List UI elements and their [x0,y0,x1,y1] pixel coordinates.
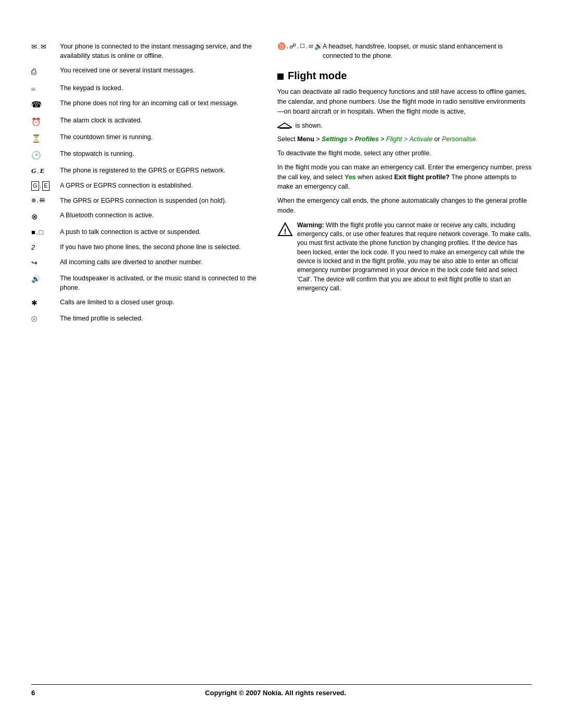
warning-label: Warning: [297,221,324,229]
flight-mode-title: Flight mode [288,70,347,82]
ptt-text: A push to talk connection is active or s… [60,227,256,237]
list-item: G, E The phone is registered to the GPRS… [31,166,256,176]
bluetooth-icon: ⊗ [31,211,60,222]
gprs-hold-icon: ⊗ , ☒ [31,196,60,204]
gprs-network-text: The phone is registered to the GPRS or E… [60,166,256,175]
no-ring-text: The phone does not ring for an incoming … [60,98,256,108]
left-column: ✉, ✉ Your phone is connected to the inst… [31,42,256,669]
list-item: ☎ The phone does not ring for an incomin… [31,98,256,110]
flight-para-deactivate: To deactivate the flight mode, select an… [277,149,532,158]
right-column: ♉ , ☍ , ☐ , or 🔊 A headset, handsfree, l… [277,42,532,669]
warning-box: ! Warning: With the flight profile you c… [277,221,532,293]
list-item: 🕑 The stopwatch is running. [31,149,256,161]
flight-para-emergency: In the flight mode you can make an emerg… [277,163,532,192]
list-item: ✉, ✉ Your phone is connected to the inst… [31,42,256,60]
countdown-icon: ⏳ [31,132,60,144]
page-number: 6 [31,689,35,697]
warning-body: With the flight profile you cannot make … [297,221,531,292]
stopwatch-text: The stopwatch is running. [60,149,256,158]
gprs-connection-text: A GPRS or EGPRS connection is establishe… [60,181,256,190]
icon-list: ✉, ✉ Your phone is connected to the inst… [31,42,256,324]
list-item: ✱ Calls are limited to a closed user gro… [31,298,256,309]
ptt-icon: ■ , □ [31,227,60,237]
headset-icon: ♉ , ☍ , ☐ , or 🔊 [277,42,323,50]
section-square [277,73,284,80]
list-item: ⦾ The timed profile is selected. [31,314,256,325]
headset-item: ♉ , ☍ , ☐ , or 🔊 A headset, handsfree, l… [277,42,532,60]
list-item: 🔊 The loudspeaker is activated, or the m… [31,274,256,292]
im-messages-icon: ⎙ [31,66,60,78]
list-item: ↪ All incoming calls are diverted to ano… [31,257,256,268]
stopwatch-icon: 🕑 [31,149,60,161]
divert-text: All incoming calls are diverted to anoth… [60,257,256,267]
flight-para-shown: is shown. [277,121,532,131]
svg-rect-1 [279,128,290,129]
list-item: ⎙ You received one or several instant me… [31,66,256,78]
gprs-network-icon: G, E [31,166,60,176]
divert-icon: ↪ [31,257,60,268]
gprs-hold-text: The GPRS or EGPRS connection is suspende… [60,196,256,205]
loudspeaker-icon: 🔊 [31,274,60,285]
cug-icon: ✱ [31,298,60,309]
list-item: ⏳ The countdown timer is running. [31,132,256,144]
svg-marker-0 [277,123,292,128]
list-item: ■ , □ A push to talk connection is activ… [31,227,256,237]
flight-mode-heading: Flight mode [277,70,532,82]
flight-para-1: You can deactivate all radio frequency f… [277,87,532,116]
loudspeaker-text: The loudspeaker is activated, or the mus… [60,274,256,292]
timed-profile-icon: ⦾ [31,314,60,325]
list-item: ⊗ , ☒ The GPRS or EGPRS connection is su… [31,196,256,205]
list-item: G , E A GPRS or EGPRS connection is esta… [31,181,256,190]
timed-profile-text: The timed profile is selected. [60,314,256,323]
page-footer: 6 Copyright © 2007 Nokia. All rights res… [31,684,532,697]
im-connected-icon: ✉, ✉ [31,42,60,52]
flight-para-ends: When the emergency call ends, the phone … [277,196,532,216]
copyright-text: Copyright © 2007 Nokia. All rights reser… [35,689,516,697]
two-lines-icon: 2 [31,242,60,252]
list-item: ⎂ The keypad is locked. [31,83,256,93]
headset-text: A headset, handsfree, loopset, or music … [323,42,532,60]
countdown-text: The countdown timer is running. [60,132,256,142]
alarm-icon: ⏰ [31,116,60,127]
alarm-text: The alarm clock is activated. [60,116,256,125]
im-messages-text: You received one or several instant mess… [60,66,256,75]
two-lines-text: If you have two phone lines, the second … [60,242,256,252]
warning-text: Warning: With the flight profile you can… [297,221,532,293]
gprs-connection-icon: G , E [31,181,60,190]
im-connected-text: Your phone is connected to the instant m… [60,42,256,60]
warning-triangle-icon: ! [277,222,292,237]
flight-para-select: Select Menu > Settings > Profiles > Flig… [277,134,532,144]
svg-text:!: ! [284,227,287,236]
page: ✉, ✉ Your phone is connected to the inst… [0,0,563,728]
bluetooth-text: A Bluetooth connection is active. [60,211,256,220]
no-ring-icon: ☎ [31,98,60,110]
list-item: 2 If you have two phone lines, the secon… [31,242,256,252]
cug-text: Calls are limited to a closed user group… [60,298,256,307]
keypad-lock-text: The keypad is locked. [60,83,256,93]
list-item: ⊗ A Bluetooth connection is active. [31,211,256,222]
keypad-lock-icon: ⎂ [31,83,60,93]
flight-mode-body: You can deactivate all radio frequency f… [277,87,532,293]
list-item: ⏰ The alarm clock is activated. [31,116,256,127]
